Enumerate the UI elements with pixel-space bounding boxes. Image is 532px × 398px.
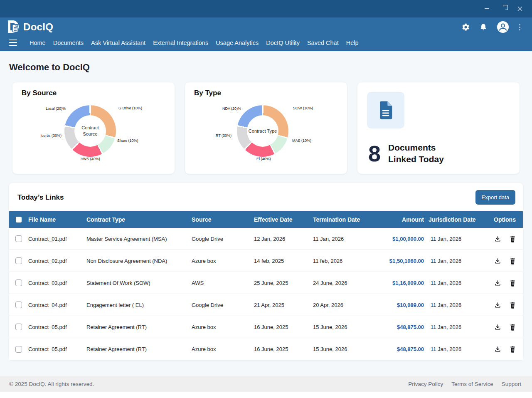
cell-contract-type: Retainer Agreement (RT) — [86, 346, 190, 352]
footer-link-privacy-policy[interactable]: Privacy Policy — [408, 381, 443, 387]
cell-contract-type: Retainer Agreement (RT) — [86, 324, 190, 330]
app-header: DocIQ — [0, 17, 532, 37]
column-header-effective-date: Effective Date — [252, 216, 311, 223]
user-avatar[interactable] — [497, 21, 509, 33]
cell-termination-date: 20 Apr, 2026 — [311, 302, 382, 308]
table-body: Contract_01.pdfMaster Service Agreement … — [9, 228, 523, 360]
chart-segment-label: Share (10%) — [117, 138, 138, 143]
delete-button[interactable] — [510, 257, 516, 265]
row-checkbox[interactable] — [15, 324, 22, 330]
cell-jurisdiction-date: 11 Jan, 2026 — [426, 324, 485, 330]
cell-file-name: Contract_03.pdf — [28, 280, 86, 286]
chart-area: ContractSource Local (20)%G Drive (10%)S… — [12, 82, 175, 174]
delete-button[interactable] — [510, 235, 516, 242]
delete-button[interactable] — [510, 279, 516, 287]
column-header-file-name: File Name — [28, 216, 86, 223]
menu-toggle-button[interactable] — [9, 40, 17, 46]
cell-source: Google Drive — [190, 236, 252, 242]
column-header-jurisdiction-date: Jurisdiction Date — [426, 216, 485, 223]
restore-button[interactable] — [496, 3, 510, 14]
app-window: DocIQ Home Documents Ask Virtual Assista — [0, 0, 532, 398]
delete-button[interactable] — [510, 324, 516, 331]
footer-links: Privacy Policy Terms of Service Support — [408, 381, 521, 387]
chart-segment-label: SOW (10%) — [293, 106, 313, 110]
nav-item-documents[interactable]: Documents — [53, 40, 84, 46]
minimize-button[interactable] — [480, 3, 494, 14]
main-nav: Home Documents Ask Virtual Assistant Ext… — [0, 37, 532, 51]
cell-amount: $1,16,009.00 — [382, 280, 426, 286]
delete-button[interactable] — [510, 346, 516, 353]
cell-source: Azure box — [190, 346, 252, 352]
trash-icon — [510, 257, 516, 265]
gear-icon — [461, 23, 470, 32]
cell-file-name: Contract_02.pdf — [28, 258, 86, 264]
cell-jurisdiction-date: 11 Jan, 2026 — [426, 258, 485, 264]
column-header-source: Source — [190, 216, 252, 223]
chart-segment-label: G Drive (10%) — [118, 106, 142, 110]
download-button[interactable] — [494, 279, 501, 287]
nav-item-ask-virtual-assistant[interactable]: Ask Virtual Assistant — [91, 40, 145, 46]
trash-icon — [510, 302, 516, 309]
export-data-button[interactable]: Export data — [475, 190, 516, 205]
cell-source: Azure box — [190, 258, 252, 264]
row-checkbox[interactable] — [15, 279, 22, 286]
column-header-options: Options — [485, 216, 523, 223]
table-row: Contract_05.pdfRetainer Agreement (RT)Az… — [9, 316, 523, 338]
cell-termination-date: 11 Jan, 2026 — [311, 236, 382, 242]
download-button[interactable] — [494, 257, 501, 265]
document-icon-tile — [367, 92, 404, 129]
cell-termination-date: 15 June, 2026 — [311, 346, 382, 352]
avatar-icon — [497, 21, 509, 33]
nav-item-help[interactable]: Help — [346, 40, 359, 46]
row-checkbox[interactable] — [15, 235, 22, 242]
document-icon — [377, 100, 394, 120]
cell-file-name: Contract_05.pdf — [28, 324, 86, 330]
more-options-button[interactable] — [518, 23, 521, 31]
row-checkbox[interactable] — [15, 346, 22, 353]
download-button[interactable] — [494, 235, 501, 242]
nav-item-dociq-utility[interactable]: DocIQ Utility — [266, 40, 300, 46]
footer-link-support[interactable]: Support — [502, 381, 521, 387]
delete-button[interactable] — [510, 302, 516, 309]
chart-segment-label: RT (30%) — [216, 133, 232, 138]
column-header-contract-type: Contract Type — [86, 216, 190, 223]
trash-icon — [510, 324, 516, 331]
download-button[interactable] — [494, 302, 501, 309]
documents-linked-card: 8 Documents Linked Today — [357, 82, 520, 174]
column-header-amount: Amount — [382, 216, 426, 223]
cell-termination-date: 24 June, 2026 — [311, 280, 382, 286]
cell-source: Google Drive — [190, 302, 252, 308]
cell-amount: $1,50,1060.00 — [382, 258, 426, 264]
download-button[interactable] — [494, 324, 501, 331]
close-button[interactable] — [513, 3, 527, 14]
notifications-button[interactable] — [479, 23, 488, 32]
footer-link-terms-of-service[interactable]: Terms of Service — [451, 381, 493, 387]
header-actions — [461, 21, 521, 33]
table-row: Contract_04.pdfEngagement letter ( EL)Go… — [9, 294, 523, 316]
cell-jurisdiction-date: 11 Jan, 2026 — [426, 302, 485, 308]
download-icon — [494, 324, 501, 331]
cell-source: Azure box — [190, 324, 252, 330]
download-button[interactable] — [494, 346, 501, 353]
select-all-checkbox[interactable] — [16, 217, 22, 222]
nav-item-saved-chat[interactable]: Saved Chat — [307, 40, 339, 46]
nav-item-external-integrations[interactable]: External Integrations — [153, 40, 208, 46]
settings-button[interactable] — [461, 23, 470, 32]
by-type-chart-card: By Type Contract Type NDA (20)%SOW (10%)… — [185, 82, 347, 174]
row-checkbox[interactable] — [15, 257, 22, 264]
table-row: Contract_01.pdfMaster Service Agreement … — [9, 228, 523, 250]
cell-file-name: Contract_01.pdf — [28, 236, 86, 242]
trash-icon — [510, 279, 516, 287]
bottom-strip — [0, 392, 532, 398]
cell-effective-date: 16 June, 2025 — [252, 324, 311, 330]
nav-item-usage-analytics[interactable]: Usage Analytics — [216, 40, 259, 46]
page-title: Welcome to DocIQ — [9, 62, 523, 73]
row-checkbox[interactable] — [15, 302, 22, 308]
todays-links-card: Today’s Links Export data File Name Cont… — [9, 183, 523, 360]
cell-contract-type: Master Service Agreement (MSA) — [86, 236, 190, 242]
donut-center-label: Contract Type — [249, 128, 277, 134]
nav-item-home[interactable]: Home — [30, 40, 46, 46]
cell-jurisdiction-date: 11 Jan, 2026 — [426, 346, 485, 352]
dashboard-cards: By Source ContractSource Local (20)%G Dr… — [12, 82, 520, 174]
download-icon — [494, 235, 501, 242]
